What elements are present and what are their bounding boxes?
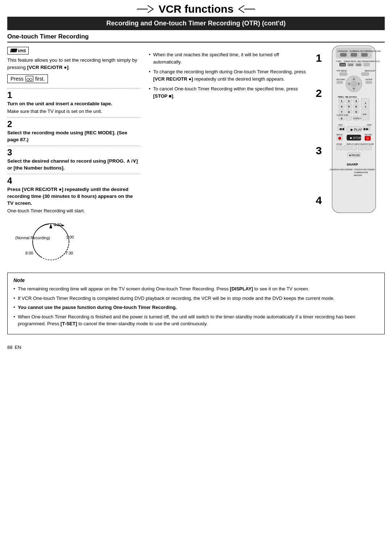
svg-text:4: 4 — [341, 105, 343, 108]
vhs-icon: ⌨ — [10, 48, 17, 53]
middle-column: When the unit reaches the specified time… — [145, 44, 312, 265]
svg-rect-27 — [363, 63, 370, 66]
note-item-1: The remaining recording time will appear… — [13, 285, 379, 293]
page-title: VCR functions — [155, 3, 237, 15]
svg-rect-16 — [351, 53, 357, 57]
main-content: ⌨ VHS This feature allows you to set the… — [7, 44, 385, 265]
svg-text:MNO: MNO — [353, 96, 357, 98]
press-first-box: Press first. — [7, 74, 48, 83]
svg-text:RETURN: RETURN — [336, 78, 345, 81]
bullet-item-2: To change the recording length during On… — [149, 68, 309, 82]
svg-text:∧: ∧ — [364, 102, 367, 105]
step-1-text: Make sure that the TV input is set on th… — [7, 108, 140, 115]
svg-text:1:00: 1:00 — [66, 235, 74, 239]
svg-text:REV: REV — [339, 124, 343, 126]
svg-text:GHI: GHI — [339, 96, 342, 98]
step-3-title: Select the desired channel to record usi… — [7, 158, 140, 172]
step-4-text: One-touch Timer Recording will start. — [7, 208, 140, 215]
step-1-title: Turn on the unit and insert a recordable… — [7, 101, 140, 107]
svg-text:■ STOP: ■ STOP — [350, 136, 362, 140]
svg-text:RAPID PLAY: RAPID PLAY — [368, 60, 380, 62]
bullet-item-3: To cancel One-touch Timer Recording with… — [149, 85, 309, 99]
note-item-2: If VCR One-touch Timer Recording is comp… — [13, 295, 379, 302]
svg-text:1: 1 — [341, 99, 343, 103]
svg-rect-15 — [340, 53, 347, 57]
note-item-3: You cannot use the pause function during… — [13, 304, 379, 311]
intro-text: This feature allows you to set the recor… — [7, 57, 140, 72]
footer-lang: EN — [15, 345, 21, 350]
svg-text:RECORD: RECORD — [365, 134, 372, 136]
step-2-num: 2 — [7, 120, 140, 129]
page-footer: 88 EN — [0, 342, 392, 353]
one-touch-header: One-touch Timer Recording — [7, 33, 385, 42]
svg-text:OPERATE: OPERATE — [338, 50, 348, 52]
svg-text:MENU/LIST: MENU/LIST — [365, 70, 376, 72]
svg-text:7:30: 7:30 — [65, 251, 73, 255]
svg-text:REPLAY  AUDIO  SEARCH  SLOW: REPLAY AUDIO SEARCH SLOW — [347, 143, 374, 145]
svg-text:SHARP: SHARP — [347, 163, 358, 166]
svg-text:JKL: JKL — [346, 96, 349, 98]
svg-rect-17 — [361, 53, 368, 57]
remote-control: OPERATE DUBBING SETUP OPEN/CLOSE T-SET T… — [325, 44, 383, 223]
note-item-4: When One-touch Timer Recording is finish… — [13, 313, 379, 327]
svg-text:T-SET: T-SET — [336, 60, 342, 62]
svg-text:8:00: 8:00 — [25, 251, 33, 255]
one-touch-title: One-touch Timer Recording — [7, 33, 385, 40]
right-column: 1 2 3 4 OPERATE DUBBING SETUP OPEN/CLOSE — [312, 44, 385, 265]
svg-text:0:30: 0:30 — [54, 223, 61, 227]
step-4-title: Press [VCR REC/OTR ●] repeatedly until t… — [7, 186, 140, 207]
bullet-list: When the unit reaches the specified time… — [149, 51, 309, 99]
svg-text:SKIP: SKIP — [363, 113, 367, 115]
svg-text:ZOOM: ZOOM — [336, 143, 342, 145]
svg-text:VCR/DVD RECORDER: VCR/DVD RECORDER — [354, 168, 375, 171]
rc-num-3: 3 — [316, 144, 322, 157]
step-divider-3 — [7, 174, 140, 174]
svg-text:DISPLAY: DISPLAY — [354, 117, 362, 119]
title-corner-left-icon — [137, 4, 155, 15]
svg-rect-31 — [361, 72, 369, 76]
svg-text:REPLAY: REPLAY — [336, 134, 343, 136]
note-list: The remaining recording time will appear… — [13, 285, 379, 327]
svg-text:COMBINATION: COMBINATION — [354, 171, 368, 174]
vhs-label: VHS — [18, 49, 26, 53]
svg-text:TIMER PROG. REC MODE: TIMER PROG. REC MODE — [344, 60, 368, 62]
svg-text:9: 9 — [355, 110, 357, 114]
svg-rect-94 — [336, 146, 342, 150]
remote-svg: OPERATE DUBBING SETUP OPEN/CLOSE T-SET T… — [325, 44, 383, 222]
step-3-num: 3 — [7, 148, 140, 157]
svg-text:■ PAUSE: ■ PAUSE — [349, 154, 360, 156]
section-title: Recording and One-touch Timer Recording … — [106, 20, 286, 27]
page-title-wrapper: VCR functions — [0, 0, 392, 17]
rc-num-2: 2 — [316, 87, 322, 99]
svg-text:▶ PLAY: ▶ PLAY — [351, 128, 362, 131]
svg-text:5: 5 — [348, 105, 350, 108]
step-1-num: 1 — [7, 91, 140, 99]
svg-text:(Normal Recording): (Normal Recording) — [15, 236, 50, 240]
svg-text:TOP MENU: TOP MENU — [336, 70, 347, 72]
svg-text:7: 7 — [341, 110, 343, 114]
vhs-badge: ⌨ VHS — [7, 47, 29, 54]
svg-text:8: 8 — [348, 110, 350, 114]
press-label: Press — [11, 76, 24, 82]
svg-text:VCR: VCR — [348, 64, 353, 66]
title-corner-right-icon — [237, 4, 255, 15]
note-box: Note The remaining recording time will a… — [7, 273, 385, 334]
svg-rect-98 — [366, 146, 371, 150]
svg-point-87 — [338, 137, 341, 140]
svg-point-91 — [366, 137, 369, 140]
svg-text:VCR/DVD RECORDER: VCR/DVD RECORDER — [330, 168, 353, 171]
svg-text:VCR: VCR — [340, 64, 345, 66]
svg-text:DVD: DVD — [356, 64, 361, 66]
svg-text:◀◀: ◀◀ — [339, 127, 344, 131]
svg-rect-96 — [351, 146, 357, 150]
press-first-suffix: first. — [35, 76, 45, 82]
svg-marker-5 — [62, 224, 65, 227]
cassette-icon — [25, 76, 33, 82]
svg-text:6: 6 — [355, 105, 357, 108]
step-2-title: Select the recording mode using [REC MOD… — [7, 130, 140, 143]
clock-diagram: 0:30 1:00 8:00 7:30 (Normal Recording) — [15, 218, 87, 265]
svg-text:DUBBING SETUP: DUBBING SETUP — [350, 50, 367, 52]
bullet-item-1: When the unit reaches the specified time… — [149, 51, 309, 65]
svg-text:ENTER: ENTER — [366, 78, 372, 81]
svg-text:OPEN/CLOSE: OPEN/CLOSE — [367, 50, 381, 52]
